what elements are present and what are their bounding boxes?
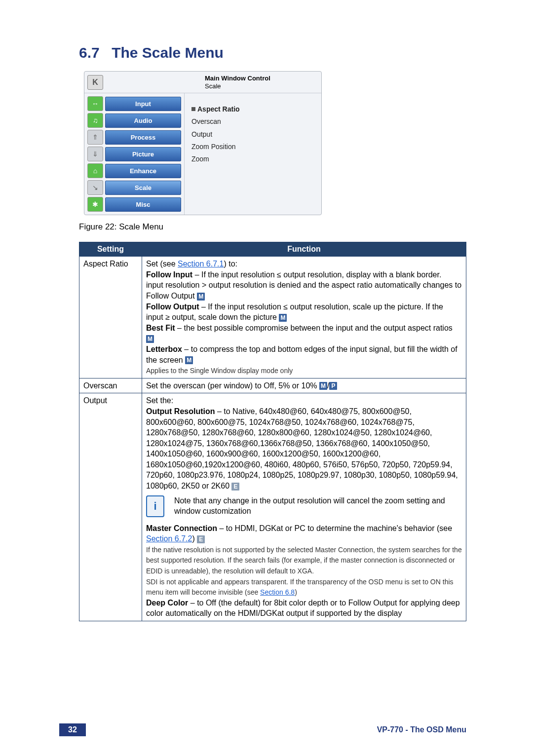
brand-logo-icon: K (87, 75, 103, 90)
section-heading: 6.7 The Scale Menu (79, 44, 466, 61)
cell-function: Set the: Output Resolution – to Native, … (142, 393, 466, 621)
footer-title: VP-770 - The OSD Menu (377, 725, 466, 734)
table-row: Overscan Set the overscan (per window) t… (79, 378, 466, 393)
section-number: 6.7 (79, 44, 100, 61)
table-row: Output Set the: Output Resolution – to N… (79, 393, 466, 621)
m-tag-icon: M (197, 293, 205, 301)
info-icon: i (146, 495, 164, 517)
sidebar-item-process[interactable]: Process (105, 130, 181, 145)
osd-title: Main Window Control (205, 75, 318, 82)
misc-icon: ✱ (87, 197, 103, 212)
cell-setting: Aspect Ratio (79, 257, 142, 378)
osd-content: Aspect Ratio Overscan Output Zoom Positi… (184, 93, 321, 215)
e-tag-icon: E (231, 483, 239, 491)
scale-icon: ↘ (87, 180, 103, 195)
sidebar-item-misc[interactable]: Misc (105, 197, 181, 212)
m-tag-icon: M (185, 356, 193, 364)
output-note: Note that any change in the output resol… (174, 495, 462, 517)
th-function: Function (142, 242, 466, 257)
th-setting: Setting (79, 242, 142, 257)
m-tag-icon: M (319, 382, 327, 390)
sidebar-item-picture[interactable]: Picture (105, 147, 181, 161)
osd-item-output[interactable]: Output (191, 128, 314, 141)
aspect-note: Applies to the Single Window display mod… (146, 367, 293, 375)
process-icon: ⇑ (87, 130, 103, 145)
sidebar-item-scale[interactable]: Scale (105, 181, 181, 195)
native-note: If the native resolution is not supporte… (146, 546, 462, 575)
osd-item-zoom-position[interactable]: Zoom Position (191, 141, 314, 153)
sidebar-item-input[interactable]: Input (105, 97, 181, 111)
table-row: Aspect Ratio Set (see Section 6.7.1) to:… (79, 257, 466, 378)
m-tag-icon: M (279, 314, 287, 322)
osd-screenshot: K Main Window Control Scale ↔Input ♫Audi… (84, 71, 322, 215)
input-icon: ↔ (87, 96, 103, 111)
figure-caption: Figure 22: Scale Menu (79, 222, 466, 232)
e-tag-icon: E (197, 535, 205, 543)
sidebar-item-enhance[interactable]: Enhance (105, 164, 181, 178)
cell-function: Set (see Section 6.7.1) to: Follow Input… (142, 257, 466, 378)
osd-item-aspect-ratio[interactable]: Aspect Ratio (191, 103, 314, 115)
sidebar-item-audio[interactable]: Audio (105, 113, 181, 128)
osd-sidebar: ↔Input ♫Audio ⇑Process ⇓Picture ⌂Enhance… (84, 93, 184, 215)
p-tag-icon: P (329, 382, 337, 390)
osd-item-zoom[interactable]: Zoom (191, 153, 314, 165)
link-section-6-7-2[interactable]: Section 6.7.2 (146, 534, 192, 543)
cell-setting: Overscan (79, 378, 142, 393)
section-title: The Scale Menu (112, 44, 224, 61)
osd-item-overscan[interactable]: Overscan (191, 115, 314, 128)
osd-subtitle: Scale (205, 82, 221, 90)
audio-icon: ♫ (87, 113, 103, 128)
enhance-icon: ⌂ (87, 163, 103, 178)
page-number: 32 (59, 723, 86, 736)
sdi-note: SDI is not applicable and appears transp… (146, 578, 454, 597)
page-footer: 32 VP-770 - The OSD Menu (0, 723, 533, 736)
settings-table: Setting Function Aspect Ratio Set (see S… (79, 242, 466, 621)
cell-function: Set the overscan (per window) to Off, 5%… (142, 378, 466, 393)
picture-icon: ⇓ (87, 147, 103, 161)
link-section-6-7-1[interactable]: Section 6.7.1 (178, 260, 224, 268)
m-tag-icon: M (146, 335, 154, 343)
cell-setting: Output (79, 393, 142, 621)
link-section-6-8[interactable]: Section 6.8 (260, 588, 295, 596)
